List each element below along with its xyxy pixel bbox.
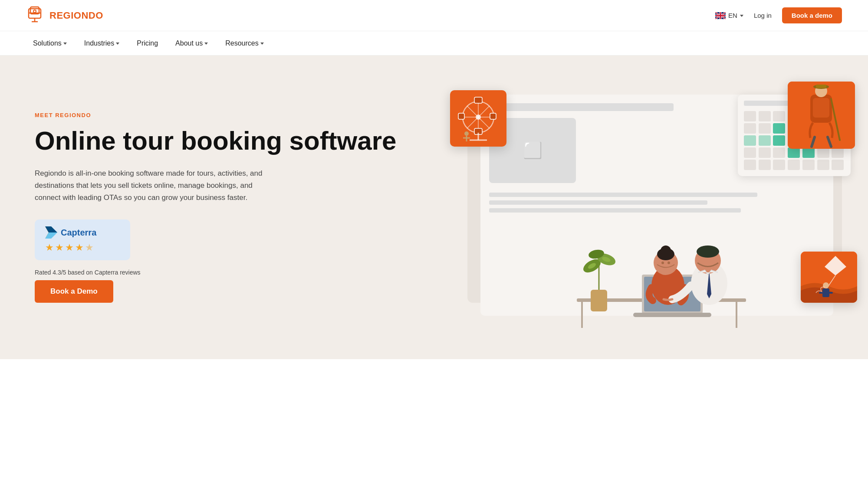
cal-cell-active [788, 147, 800, 158]
cal-cell [744, 123, 756, 134]
cal-cell [817, 147, 829, 158]
logo-area[interactable]: REGIONDO [26, 5, 103, 26]
cal-cell [802, 160, 815, 170]
industries-chevron-icon [116, 43, 119, 45]
solutions-chevron-icon [63, 43, 67, 45]
cal-cell [759, 160, 771, 170]
nav-item-resources[interactable]: Resources [218, 36, 270, 51]
svg-rect-45 [633, 313, 711, 317]
cal-cell [759, 147, 771, 158]
image-placeholder-icon: ⬜ [523, 141, 542, 160]
capterra-arrow-icon [45, 226, 57, 239]
svg-point-58 [667, 262, 670, 264]
meet-regiondo-label: MEET REGIONDO [35, 112, 437, 118]
svg-marker-8 [45, 232, 57, 239]
svg-rect-30 [816, 85, 826, 88]
star-rating: ★ ★ ★ ★ ★ [45, 242, 120, 253]
cal-cell [773, 111, 785, 121]
cal-cell-highlight [759, 135, 771, 146]
svg-rect-19 [490, 113, 496, 119]
capterra-badge: Capterra ★ ★ ★ ★ ★ [35, 219, 130, 260]
svg-point-56 [661, 245, 671, 256]
cal-cell-active [802, 147, 815, 158]
cal-cell [832, 147, 844, 158]
main-nav: Solutions Industries Pricing About us Re… [0, 31, 868, 56]
nav-item-solutions[interactable]: Solutions [26, 36, 74, 51]
capterra-top: Capterra [45, 226, 120, 239]
capterra-rating-text: Rated 4.3/5 based on Capterra reviews [35, 269, 437, 276]
cal-cell [744, 147, 756, 158]
float-card-hiker [788, 82, 855, 149]
nav-item-industries[interactable]: Industries [77, 36, 126, 51]
resources-chevron-icon [260, 43, 264, 45]
svg-rect-42 [736, 302, 737, 328]
book-demo-top-button[interactable]: Book a demo [782, 7, 842, 23]
cal-cell [773, 160, 785, 170]
svg-rect-18 [458, 113, 464, 119]
lang-chevron-icon [740, 15, 743, 17]
mockup-header-bar [489, 103, 674, 111]
nav-item-about-us[interactable]: About us [168, 36, 215, 51]
cal-cell-active [773, 135, 785, 146]
cal-cell-highlight [744, 135, 756, 146]
cal-cell [832, 160, 844, 170]
lang-label: EN [728, 12, 737, 19]
ferris-wheel-illustration [454, 95, 502, 142]
book-demo-hero-button[interactable]: Book a Demo [35, 280, 113, 303]
cal-cell-active [773, 123, 785, 134]
svg-rect-27 [813, 98, 829, 118]
nav-item-pricing[interactable]: Pricing [130, 36, 165, 51]
ui-mockup: ⬜ [454, 86, 842, 329]
flag-icon [715, 12, 726, 19]
cal-cell [817, 160, 829, 170]
star-2: ★ [55, 242, 64, 253]
star-4: ★ [75, 242, 84, 253]
cal-cell [744, 111, 756, 121]
people-illustration [476, 190, 842, 329]
people-svg [568, 190, 750, 329]
hero-section: MEET REGIONDO Online tour booking softwa… [0, 56, 868, 359]
hero-illustration: ⬜ [454, 82, 842, 333]
svg-point-57 [661, 262, 664, 264]
language-selector[interactable]: EN [715, 12, 743, 19]
login-button[interactable]: Log in [754, 12, 772, 19]
hero-title: Online tour booking software [35, 126, 437, 155]
hiker-illustration [788, 82, 855, 149]
svg-rect-41 [581, 302, 583, 328]
cal-cell [744, 160, 756, 170]
star-3: ★ [65, 242, 74, 253]
svg-point-62 [697, 245, 719, 258]
float-card-ferris-wheel [450, 90, 506, 147]
brand-name: REGIONDO [49, 10, 103, 21]
svg-rect-16 [474, 97, 482, 103]
svg-marker-9 [45, 226, 57, 232]
top-right-controls: EN Log in Book a demo [715, 7, 842, 23]
star-1: ★ [45, 242, 54, 253]
cal-cell [773, 147, 785, 158]
hero-content: MEET REGIONDO Online tour booking softwa… [35, 112, 454, 303]
svg-point-22 [464, 131, 469, 136]
logo-icon [26, 5, 45, 26]
svg-point-3 [33, 10, 36, 13]
svg-rect-46 [591, 290, 607, 311]
capterra-brand-name: Capterra [61, 228, 96, 238]
hero-description: Regiondo is all-in-one booking software … [35, 167, 269, 204]
top-bar: REGIONDO EN Log in Book a demo [0, 0, 868, 31]
about-chevron-icon [204, 43, 208, 45]
cal-cell [759, 123, 771, 134]
star-half: ★ [85, 242, 94, 253]
cal-cell [759, 111, 771, 121]
cal-cell [788, 160, 800, 170]
